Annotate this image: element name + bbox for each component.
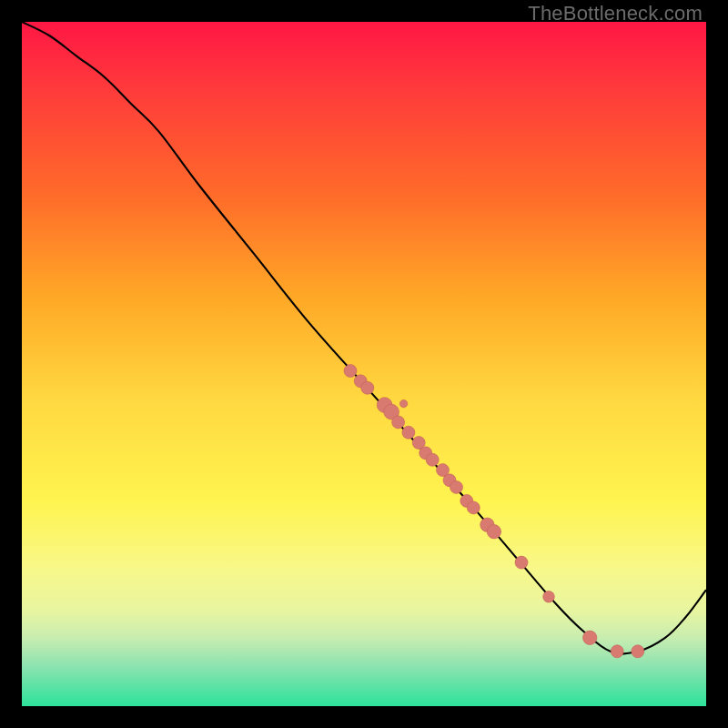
sample-point (392, 416, 405, 429)
sample-point (426, 453, 439, 466)
chart-svg (22, 22, 706, 706)
sample-point (344, 365, 357, 378)
sample-point (487, 525, 500, 539)
sample-point (450, 480, 463, 493)
chart-plot-area (22, 22, 706, 706)
sample-point (515, 556, 528, 569)
sample-point (583, 631, 597, 644)
chart-frame: TheBottleneck.com (0, 0, 728, 728)
sample-point (611, 645, 623, 658)
sample-point (361, 381, 374, 394)
sample-point (543, 591, 555, 602)
sample-point (467, 501, 480, 514)
bottleneck-curve (22, 22, 706, 653)
sample-point (632, 645, 644, 658)
sample-points-group (344, 365, 644, 658)
watermark-text: TheBottleneck.com (528, 2, 703, 25)
sample-point (399, 399, 407, 407)
sample-point (402, 426, 415, 439)
